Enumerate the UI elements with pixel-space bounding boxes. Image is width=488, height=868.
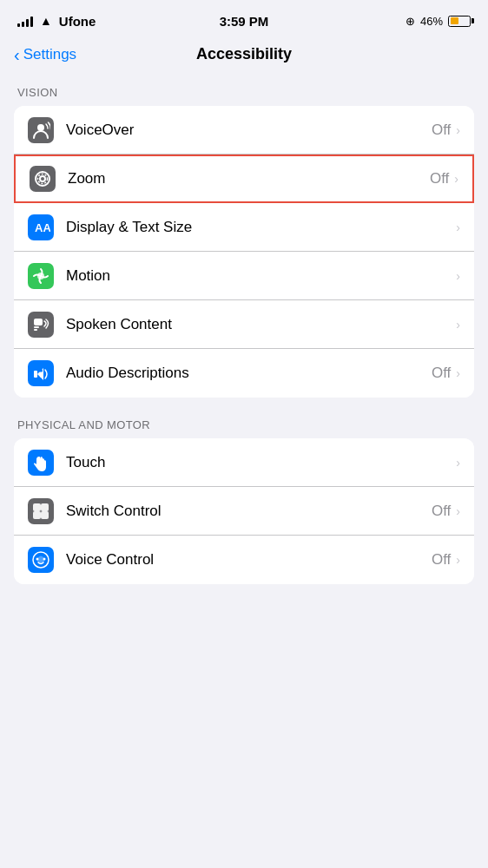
carrier-name: Ufone bbox=[59, 14, 96, 29]
section-label-vision: VISION bbox=[0, 72, 488, 106]
vision-group: VoiceOver Off › Zoom Off › AA Display & … bbox=[14, 106, 474, 398]
audio-value: Off bbox=[432, 365, 451, 382]
settings-row-audio[interactable]: Audio Descriptions Off › bbox=[14, 349, 474, 398]
svg-text:AA: AA bbox=[35, 221, 50, 234]
display-icon: AA bbox=[28, 214, 54, 240]
physical-group: Touch › Switch Control Off › Vo bbox=[14, 438, 474, 584]
battery-fill bbox=[451, 17, 459, 24]
touch-chevron-icon: › bbox=[456, 456, 460, 470]
svg-rect-13 bbox=[41, 503, 49, 511]
display-chevron-icon: › bbox=[456, 220, 460, 234]
voicecontrol-label: Voice Control bbox=[66, 551, 432, 569]
nav-bar: ‹ Settings Accessibility bbox=[0, 38, 488, 72]
signal-bar-3 bbox=[26, 19, 29, 27]
signal-bar-1 bbox=[17, 23, 20, 27]
status-right: ⊕ 46% bbox=[406, 15, 471, 28]
motion-icon bbox=[28, 263, 54, 289]
display-label: Display & Text Size bbox=[66, 219, 456, 236]
svg-point-18 bbox=[43, 558, 46, 561]
settings-row-voicecontrol[interactable]: Voice Control Off › bbox=[14, 536, 474, 584]
svg-rect-12 bbox=[33, 503, 41, 511]
voiceover-value: Off bbox=[432, 122, 451, 139]
zoom-value: Off bbox=[430, 170, 449, 187]
settings-row-zoom[interactable]: Zoom Off › bbox=[14, 155, 474, 203]
svg-point-0 bbox=[37, 124, 44, 131]
status-time: 3:59 PM bbox=[220, 14, 269, 29]
switch-value: Off bbox=[432, 503, 451, 520]
touch-icon bbox=[28, 450, 54, 476]
lock-icon: ⊕ bbox=[406, 15, 415, 28]
switch-label: Switch Control bbox=[66, 503, 432, 520]
back-chevron-icon: ‹ bbox=[14, 46, 20, 63]
zoom-icon bbox=[30, 166, 56, 192]
zoom-label: Zoom bbox=[68, 170, 430, 187]
page-title: Accessibility bbox=[196, 45, 292, 63]
section-label-physical: PHYSICAL AND MOTOR bbox=[0, 404, 488, 438]
switch-chevron-icon: › bbox=[456, 504, 460, 518]
settings-row-spoken[interactable]: Spoken Content › bbox=[14, 300, 474, 349]
status-bar: ▲ Ufone 3:59 PM ⊕ 46% bbox=[0, 0, 488, 38]
motion-label: Motion bbox=[66, 267, 456, 285]
status-left: ▲ Ufone bbox=[17, 14, 96, 29]
svg-rect-9 bbox=[34, 371, 37, 378]
settings-row-voiceover[interactable]: VoiceOver Off › bbox=[14, 106, 474, 155]
voiceover-chevron-icon: › bbox=[456, 123, 460, 137]
motion-chevron-icon: › bbox=[456, 269, 460, 283]
svg-rect-8 bbox=[34, 329, 37, 331]
spoken-chevron-icon: › bbox=[456, 318, 460, 332]
voiceover-icon bbox=[28, 117, 54, 143]
voicecontrol-value: Off bbox=[432, 551, 451, 569]
battery-icon bbox=[448, 16, 471, 27]
voiceover-label: VoiceOver bbox=[66, 122, 432, 139]
svg-rect-14 bbox=[33, 511, 41, 519]
battery-percent: 46% bbox=[420, 15, 443, 28]
wifi-icon: ▲ bbox=[40, 14, 52, 28]
audio-label: Audio Descriptions bbox=[66, 365, 432, 382]
switch-icon bbox=[28, 498, 54, 524]
spoken-label: Spoken Content bbox=[66, 316, 456, 333]
voicecontrol-chevron-icon: › bbox=[456, 553, 460, 567]
settings-row-switch[interactable]: Switch Control Off › bbox=[14, 487, 474, 536]
voicecontrol-icon bbox=[28, 547, 54, 573]
signal-bar-4 bbox=[30, 16, 33, 27]
touch-label: Touch bbox=[66, 454, 456, 471]
svg-rect-7 bbox=[34, 326, 39, 328]
svg-point-17 bbox=[36, 558, 39, 561]
zoom-chevron-icon: › bbox=[454, 172, 458, 186]
settings-row-touch[interactable]: Touch › bbox=[14, 438, 474, 487]
settings-row-motion[interactable]: Motion › bbox=[14, 252, 474, 300]
audio-icon bbox=[28, 360, 54, 386]
back-label[interactable]: Settings bbox=[23, 46, 76, 63]
spoken-icon bbox=[28, 312, 54, 338]
signal-bar-2 bbox=[22, 22, 24, 27]
svg-rect-6 bbox=[34, 319, 43, 326]
svg-point-2 bbox=[40, 176, 45, 181]
audio-chevron-icon: › bbox=[456, 366, 460, 380]
back-button[interactable]: ‹ Settings bbox=[14, 46, 76, 63]
signal-bars bbox=[17, 15, 33, 27]
settings-row-display[interactable]: AA Display & Text Size › bbox=[14, 203, 474, 252]
svg-rect-15 bbox=[41, 511, 49, 519]
